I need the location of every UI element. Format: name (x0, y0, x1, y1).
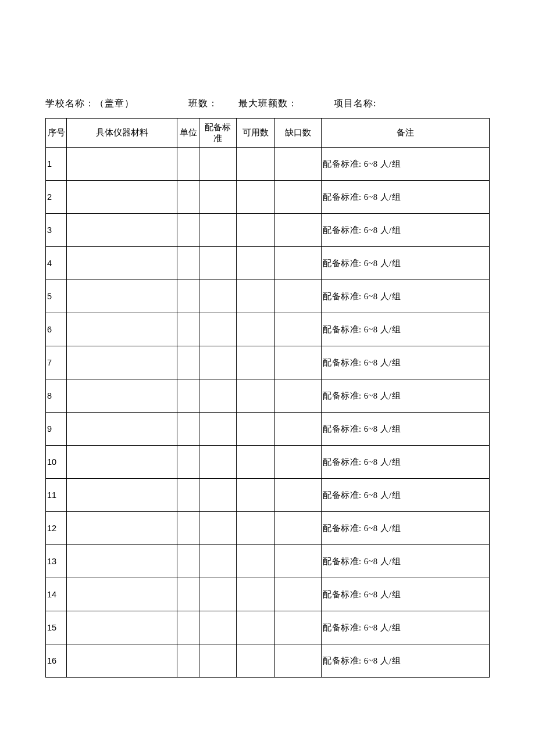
cell-item (67, 446, 177, 479)
cell-gap (275, 148, 322, 181)
cell-seq: 7 (46, 346, 67, 379)
cell-item (67, 545, 177, 578)
cell-available (237, 479, 275, 512)
cell-unit (177, 148, 199, 181)
cell-standard (199, 280, 237, 313)
cell-standard (199, 479, 237, 512)
table-row: 15配备标准: 6~8 人/组 (46, 611, 490, 644)
cell-item (67, 479, 177, 512)
cell-available (237, 512, 275, 545)
cell-note: 配备标准: 6~8 人/组 (322, 578, 490, 611)
table-row: 1配备标准: 6~8 人/组 (46, 148, 490, 181)
cell-gap (275, 280, 322, 313)
cell-standard (199, 611, 237, 644)
cell-standard (199, 578, 237, 611)
cell-note: 配备标准: 6~8 人/组 (322, 512, 490, 545)
cell-seq: 1 (46, 148, 67, 181)
col-header-seq: 序号 (46, 119, 67, 148)
table-row: 4配备标准: 6~8 人/组 (46, 247, 490, 280)
cell-unit (177, 280, 199, 313)
cell-standard (199, 313, 237, 346)
school-name-label: 学校名称：（盖章） (45, 98, 188, 110)
max-class-size-label: 最大班额数： (238, 98, 334, 110)
cell-unit (177, 512, 199, 545)
cell-seq: 3 (46, 214, 67, 247)
cell-unit (177, 346, 199, 379)
cell-seq: 12 (46, 512, 67, 545)
cell-available (237, 578, 275, 611)
col-header-unit: 单位 (177, 119, 199, 148)
cell-gap (275, 446, 322, 479)
cell-standard (199, 446, 237, 479)
cell-gap (275, 214, 322, 247)
table-row: 12配备标准: 6~8 人/组 (46, 512, 490, 545)
cell-note: 配备标准: 6~8 人/组 (322, 479, 490, 512)
table-row: 10配备标准: 6~8 人/组 (46, 446, 490, 479)
cell-available (237, 313, 275, 346)
cell-available (237, 148, 275, 181)
table-row: 7配备标准: 6~8 人/组 (46, 346, 490, 379)
cell-item (67, 148, 177, 181)
table-row: 8配备标准: 6~8 人/组 (46, 379, 490, 413)
cell-gap (275, 346, 322, 379)
col-header-note: 备注 (322, 119, 490, 148)
cell-seq: 4 (46, 247, 67, 280)
cell-item (67, 247, 177, 280)
cell-unit (177, 214, 199, 247)
table-row: 11配备标准: 6~8 人/组 (46, 479, 490, 512)
cell-standard (199, 644, 237, 678)
cell-unit (177, 611, 199, 644)
cell-item (67, 181, 177, 214)
document-page: 学校名称：（盖章） 班数： 最大班额数： 项目名称: 序号 具体仪器材料 单位 … (0, 0, 535, 678)
equipment-table: 序号 具体仪器材料 单位 配备标准 可用数 缺口数 备注 1配备标准: 6~8 … (45, 118, 490, 678)
cell-unit (177, 379, 199, 413)
cell-unit (177, 181, 199, 214)
cell-available (237, 379, 275, 413)
cell-seq: 13 (46, 545, 67, 578)
table-header-row: 序号 具体仪器材料 单位 配备标准 可用数 缺口数 备注 (46, 119, 490, 148)
cell-seq: 10 (46, 446, 67, 479)
cell-available (237, 446, 275, 479)
col-header-standard: 配备标准 (199, 119, 237, 148)
cell-gap (275, 512, 322, 545)
cell-gap (275, 578, 322, 611)
cell-unit (177, 545, 199, 578)
cell-gap (275, 379, 322, 413)
cell-note: 配备标准: 6~8 人/组 (322, 280, 490, 313)
cell-gap (275, 413, 322, 446)
cell-item (67, 346, 177, 379)
cell-standard (199, 346, 237, 379)
cell-item (67, 313, 177, 346)
cell-standard (199, 214, 237, 247)
cell-available (237, 214, 275, 247)
cell-item (67, 611, 177, 644)
cell-unit (177, 479, 199, 512)
table-row: 3配备标准: 6~8 人/组 (46, 214, 490, 247)
cell-item (67, 644, 177, 678)
cell-seq: 8 (46, 379, 67, 413)
cell-seq: 14 (46, 578, 67, 611)
cell-item (67, 578, 177, 611)
cell-available (237, 611, 275, 644)
cell-note: 配备标准: 6~8 人/组 (322, 148, 490, 181)
cell-available (237, 413, 275, 446)
table-body: 1配备标准: 6~8 人/组2配备标准: 6~8 人/组3配备标准: 6~8 人… (46, 148, 490, 678)
cell-unit (177, 578, 199, 611)
cell-note: 配备标准: 6~8 人/组 (322, 446, 490, 479)
table-row: 16配备标准: 6~8 人/组 (46, 644, 490, 678)
cell-seq: 15 (46, 611, 67, 644)
cell-gap (275, 545, 322, 578)
cell-note: 配备标准: 6~8 人/组 (322, 214, 490, 247)
cell-unit (177, 446, 199, 479)
cell-gap (275, 247, 322, 280)
col-header-available: 可用数 (237, 119, 275, 148)
cell-seq: 9 (46, 413, 67, 446)
classes-label: 班数： (188, 98, 238, 110)
cell-item (67, 413, 177, 446)
cell-standard (199, 181, 237, 214)
cell-gap (275, 479, 322, 512)
cell-available (237, 346, 275, 379)
cell-available (237, 280, 275, 313)
cell-item (67, 214, 177, 247)
cell-available (237, 181, 275, 214)
